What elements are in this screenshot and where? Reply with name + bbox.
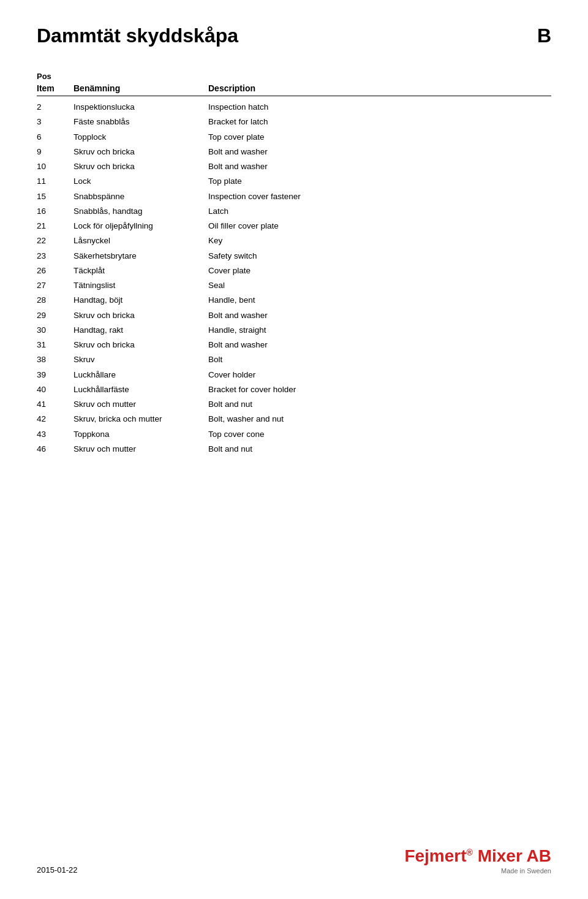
- row-description: Oil filler cover plate: [208, 220, 368, 232]
- row-benamning: Lock för oljepåfyllning: [74, 220, 208, 232]
- page-footer: 2015-01-22 Fejmert® Mixer AB Made in Swe…: [37, 846, 551, 874]
- table-row: 38SkruvBolt: [37, 352, 551, 367]
- table-row: 22LåsnyckelKey: [37, 233, 551, 248]
- table-row: 26TäckplåtCover plate: [37, 264, 551, 278]
- row-item-num: 39: [37, 369, 74, 381]
- logo-fej: Fejmert: [404, 846, 466, 865]
- row-description: Cover plate: [208, 265, 368, 277]
- table-row: 40LuckhållarfästeBracket for cover holde…: [37, 382, 551, 397]
- row-benamning: Skruv och mutter: [74, 398, 208, 411]
- col-header-benamning: Benämning: [74, 83, 208, 93]
- row-item-num: 31: [37, 339, 74, 351]
- row-description: Cover holder: [208, 369, 368, 381]
- table-row: 39LuckhållareCover holder: [37, 368, 551, 382]
- logo-sub: Made in Sweden: [501, 867, 551, 874]
- row-benamning: Luckhållarfäste: [74, 384, 208, 396]
- row-description: Bolt, washer and nut: [208, 413, 368, 425]
- table-row: 15SnabbspänneInspection cover fastener: [37, 189, 551, 204]
- row-benamning: Skruv och bricka: [74, 309, 208, 322]
- row-description: Bolt and washer: [208, 339, 368, 351]
- row-item-num: 11: [37, 175, 74, 188]
- row-description: Bolt and washer: [208, 146, 368, 158]
- row-description: Safety switch: [208, 250, 368, 262]
- col-header-description: Description: [208, 83, 368, 93]
- logo-area: Fejmert® Mixer AB Made in Sweden: [404, 846, 551, 874]
- row-item-num: 42: [37, 413, 74, 425]
- row-item-num: 28: [37, 294, 74, 306]
- table-row: 6TopplockTop cover plate: [37, 130, 551, 145]
- table-row: 27TätningslistSeal: [37, 278, 551, 293]
- table-row: 2InspektionsluckaInspection hatch: [37, 100, 551, 115]
- row-description: Top plate: [208, 175, 368, 188]
- row-description: Bolt: [208, 354, 368, 366]
- row-item-num: 9: [37, 146, 74, 158]
- row-item-num: 22: [37, 235, 74, 247]
- row-item-num: 38: [37, 354, 74, 366]
- table-row: 16Snabblås, handtagLatch: [37, 204, 551, 219]
- table-row: 30Handtag, raktHandle, straight: [37, 323, 551, 338]
- row-description: Bracket for cover holder: [208, 384, 368, 396]
- row-description: Bracket for latch: [208, 116, 368, 128]
- pos-label: Pos: [37, 72, 551, 81]
- table-row: 42Skruv, bricka och mutterBolt, washer a…: [37, 412, 551, 427]
- row-description: Seal: [208, 279, 368, 292]
- row-benamning: Topplock: [74, 131, 208, 143]
- row-item-num: 16: [37, 205, 74, 218]
- row-description: Top cover plate: [208, 131, 368, 143]
- row-benamning: Skruv och bricka: [74, 146, 208, 158]
- row-benamning: Tätningslist: [74, 279, 208, 292]
- row-description: Top cover cone: [208, 428, 368, 441]
- row-benamning: Skruv, bricka och mutter: [74, 413, 208, 425]
- column-headers: Item Benämning Description: [37, 83, 551, 96]
- row-description: Inspection cover fastener: [208, 191, 368, 203]
- row-benamning: Skruv och mutter: [74, 443, 208, 455]
- row-benamning: Låsnyckel: [74, 235, 208, 247]
- table-row: 23SäkerhetsbrytareSafety switch: [37, 249, 551, 264]
- row-description: Key: [208, 235, 368, 247]
- row-item-num: 30: [37, 324, 74, 336]
- row-description: Latch: [208, 205, 368, 218]
- row-description: Bolt and nut: [208, 398, 368, 411]
- row-benamning: Täckplåt: [74, 265, 208, 277]
- row-item-num: 26: [37, 265, 74, 277]
- row-item-num: 29: [37, 309, 74, 322]
- row-benamning: Skruv: [74, 354, 208, 366]
- table-row: 9Skruv och brickaBolt and washer: [37, 145, 551, 159]
- table-row: 28Handtag, böjtHandle, bent: [37, 293, 551, 308]
- row-benamning: Toppkona: [74, 428, 208, 441]
- logo-wrapper: Fejmert® Mixer AB: [404, 846, 551, 866]
- row-benamning: Inspektionslucka: [74, 101, 208, 113]
- logo-registered: ®: [467, 848, 473, 857]
- parts-table: Pos Item Benämning Description 2Inspekti…: [37, 72, 551, 457]
- row-description: Bolt and washer: [208, 161, 368, 173]
- row-description: Handle, bent: [208, 294, 368, 306]
- row-item-num: 43: [37, 428, 74, 441]
- row-description: Inspection hatch: [208, 101, 368, 113]
- row-benamning: Fäste snabblås: [74, 116, 208, 128]
- logo-mixer-ab: Mixer AB: [478, 846, 551, 865]
- row-benamning: Luckhållare: [74, 369, 208, 381]
- row-item-num: 46: [37, 443, 74, 455]
- table-row: 46Skruv och mutterBolt and nut: [37, 442, 551, 457]
- table-row: 31Skruv och brickaBolt and washer: [37, 338, 551, 352]
- row-description: Bolt and washer: [208, 309, 368, 322]
- col-header-item: Item: [37, 83, 74, 93]
- row-benamning: Snabblås, handtag: [74, 205, 208, 218]
- table-row: 10Skruv och brickaBolt and washer: [37, 159, 551, 174]
- table-row: 43ToppkonaTop cover cone: [37, 427, 551, 442]
- page-title: Dammtät skyddskåpa: [37, 25, 238, 47]
- row-item-num: 2: [37, 101, 74, 113]
- table-row: 21Lock för oljepåfyllningOil filler cove…: [37, 219, 551, 233]
- row-item-num: 3: [37, 116, 74, 128]
- table-row: 29Skruv och brickaBolt and washer: [37, 308, 551, 323]
- row-item-num: 41: [37, 398, 74, 411]
- row-benamning: Handtag, rakt: [74, 324, 208, 336]
- row-item-num: 10: [37, 161, 74, 173]
- row-benamning: Handtag, böjt: [74, 294, 208, 306]
- row-benamning: Säkerhetsbrytare: [74, 250, 208, 262]
- table-row: 3Fäste snabblåsBracket for latch: [37, 115, 551, 129]
- page-letter: B: [537, 25, 551, 47]
- row-item-num: 27: [37, 279, 74, 292]
- row-benamning: Snabbspänne: [74, 191, 208, 203]
- row-benamning: Skruv och bricka: [74, 161, 208, 173]
